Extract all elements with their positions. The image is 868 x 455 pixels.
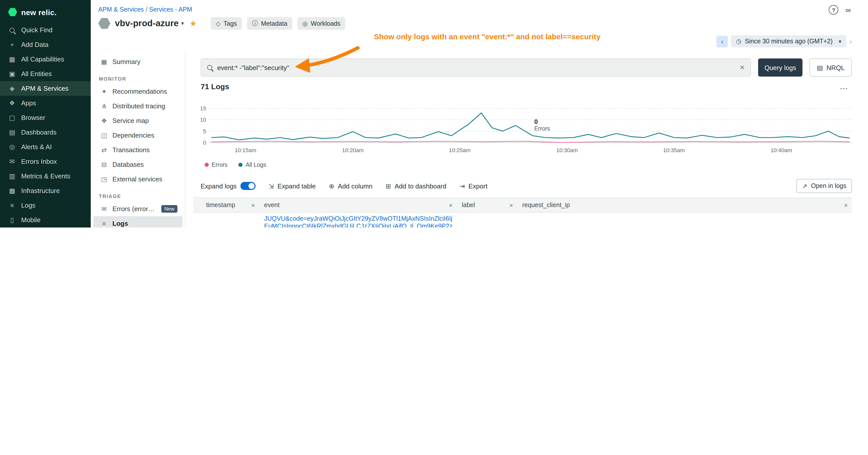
nrql-button[interactable]: ▤ NRQL — [809, 59, 852, 76]
sidebar-item-label: All Entities — [21, 70, 52, 77]
subnav-item-dependencies[interactable]: ◫Dependencies — [93, 128, 183, 142]
subnav-item-label: Logs — [113, 220, 128, 227]
search-icon — [9, 28, 14, 32]
subnav-item-service-map[interactable]: ❖Service map — [93, 113, 183, 128]
sidebar-item-errors-inbox[interactable]: ✉Errors Inbox — [0, 154, 91, 169]
column-remove-icon[interactable]: × — [844, 201, 848, 209]
permalink-icon[interactable]: ∞ — [845, 5, 851, 14]
sidebar-item-apps[interactable]: ❖Apps — [0, 96, 91, 110]
subnav-item-databases[interactable]: ⊟Databases — [93, 157, 183, 172]
sidebar-item-synthetic-monitoring[interactable]: ◍Synthetic Monitoring — [0, 227, 91, 228]
sidebar-item-label: Apps — [21, 99, 36, 107]
expand-table-icon: ⇲ — [269, 182, 274, 190]
workloads-button[interactable]: ◎ Workloads — [298, 17, 345, 30]
metadata-label: Metadata — [261, 20, 287, 27]
sidebar-item-mobile[interactable]: ▯Mobile — [0, 213, 91, 227]
sidebar-item-label: Dashboards — [21, 129, 57, 136]
cell-event: JUQVU&code=eyJraWQiOiJjcGItY29yZV8wOTl1M… — [259, 213, 457, 228]
metadata-button[interactable]: ⓘ Metadata — [247, 17, 292, 30]
add-to-dashboard-button[interactable]: ⊞ Add to dashboard — [385, 182, 446, 190]
table-toolbar: Expand logs ⇲ Expand table ⊕ Add column … — [200, 180, 852, 193]
time-back-button[interactable]: ‹ — [716, 35, 728, 47]
subnav-section-triage: TRIAGE — [91, 194, 185, 199]
breadcrumb-services-apm[interactable]: Services - APM — [149, 6, 192, 13]
column-remove-icon[interactable]: × — [509, 201, 513, 209]
subnav-item-recommendations[interactable]: ✦Recommendations — [93, 84, 183, 99]
time-forward-button[interactable]: › — [849, 37, 852, 45]
tags-button[interactable]: ◇ Tags — [211, 17, 242, 30]
external-icon: ◳ — [100, 175, 108, 183]
subnav-item-external-services[interactable]: ◳External services — [93, 172, 183, 187]
sidebar-item-dashboards[interactable]: ▤Dashboards — [0, 125, 91, 139]
expand-table-button[interactable]: ⇲ Expand table — [269, 182, 316, 190]
event-link[interactable]: JUQVU&code=eyJraWQiOiJjcGItY29yZV8wOTl1M… — [264, 215, 453, 228]
add-column-label: Add column — [338, 182, 372, 190]
sidebar-item-all-capabilities[interactable]: ▦All Capabilities — [0, 52, 91, 66]
toggle-knob — [248, 183, 254, 189]
mobile-icon: ▯ — [8, 216, 16, 224]
chart-menu-icon[interactable]: ⋯ — [840, 84, 848, 93]
clear-search-icon[interactable]: × — [740, 63, 744, 72]
subnav-item-distributed-tracing[interactable]: ⋔Distributed tracing — [93, 99, 183, 113]
subnav-item-transactions[interactable]: ⇄Transactions — [93, 142, 183, 157]
sidebar-item-label: Quick Find — [21, 26, 53, 34]
query-logs-button[interactable]: Query logs — [758, 59, 803, 76]
header-icons: ? ∞ — [829, 5, 851, 14]
sidebar-item-quick-find[interactable]: Quick Find — [0, 23, 91, 37]
sidebar-item-alerts-ai[interactable]: ◎Alerts & AI — [0, 139, 91, 154]
column-label: event — [264, 201, 279, 208]
apps-icon: ❖ — [8, 99, 16, 107]
breadcrumb-apm-services[interactable]: APM & Services — [98, 6, 144, 13]
annotation-value: 0 — [534, 119, 550, 126]
sidebar-item-add-data[interactable]: +Add Data — [0, 37, 91, 52]
subnav-item-errors-errors-inb[interactable]: ✉Errors (errors inb...New — [93, 201, 183, 216]
nrql-icon: ▤ — [817, 64, 823, 71]
search-query-text[interactable]: event:* -"label":"security" — [217, 64, 735, 71]
svg-text:10:25am: 10:25am — [449, 147, 470, 154]
dashboards-icon: ▤ — [8, 129, 16, 136]
column-header-event: event× — [259, 201, 457, 209]
infra-icon: ▩ — [8, 187, 16, 195]
logs-count-title: 71 Logs — [200, 82, 229, 91]
legend-item-errors[interactable]: Errors — [205, 162, 227, 168]
entity-chevron-down-icon[interactable]: ▾ — [181, 20, 184, 27]
sidebar-item-apm-services[interactable]: ◈APM & Services — [0, 81, 91, 96]
expand-logs-toggle[interactable] — [240, 182, 255, 190]
summary-icon: ▦ — [100, 58, 108, 65]
sidebar-item-label: Browser — [21, 114, 45, 122]
time-range-button[interactable]: ◷ Since 30 minutes ago (GMT+2) ▾ — [731, 35, 846, 47]
entity-name[interactable]: vbv-prod-azure — [115, 18, 179, 29]
new-relic-logo[interactable]: new relic. — [0, 0, 91, 23]
sidebar-item-all-entities[interactable]: ▣All Entities — [0, 66, 91, 81]
add-column-button[interactable]: ⊕ Add column — [329, 182, 372, 190]
subnav-item-label: Service map — [113, 117, 149, 125]
page-header: APM & Services / Services - APM vbv-prod… — [91, 0, 868, 51]
column-remove-icon[interactable]: × — [251, 201, 255, 209]
open-in-logs-button[interactable]: ↗ Open in logs — [797, 179, 852, 193]
chart-annotation: 0 Errors — [534, 119, 550, 132]
inbox-icon: ✉ — [8, 158, 16, 165]
export-button[interactable]: ⇥ Export — [460, 182, 488, 190]
primary-sidebar: new relic. Quick Find+Add Data▦All Capab… — [0, 0, 91, 228]
column-label: label — [462, 201, 475, 208]
sidebar-item-infrastructure[interactable]: ▩Infrastructure — [0, 184, 91, 198]
sidebar-item-label: APM & Services — [21, 85, 68, 92]
sidebar-item-metrics-events[interactable]: ▥Metrics & Events — [0, 169, 91, 184]
column-remove-icon[interactable]: × — [449, 201, 453, 209]
sidebar-item-browser[interactable]: ▢Browser — [0, 110, 91, 125]
legend-item-all-logs[interactable]: All Logs — [239, 162, 267, 168]
subnav-item-logs[interactable]: ≡Logs — [93, 216, 183, 228]
log-search-input[interactable]: event:* -"label":"security" × — [200, 59, 751, 76]
sidebar-item-label: Errors Inbox — [21, 158, 57, 165]
time-range-label: Since 30 minutes ago (GMT+2) — [745, 38, 833, 45]
row-select[interactable] — [193, 213, 201, 228]
sidebar-item-logs[interactable]: ≡Logs — [0, 198, 91, 213]
help-icon[interactable]: ? — [829, 5, 838, 14]
favorite-star-icon[interactable]: ★ — [189, 19, 197, 28]
log-row[interactable]: JUQVU&code=eyJraWQiOiJjcGItY29yZV8wOTl1M… — [193, 213, 852, 228]
logs-timeseries-chart[interactable]: 05101510:15am10:20am10:25am10:30am10:35a… — [200, 103, 852, 155]
info-icon: ⓘ — [252, 19, 258, 28]
expand-logs-toggle-row: Expand logs — [200, 182, 255, 190]
subnav-item-summary[interactable]: ▦Summary — [93, 55, 183, 69]
subnav-item-label: Summary — [113, 58, 141, 65]
